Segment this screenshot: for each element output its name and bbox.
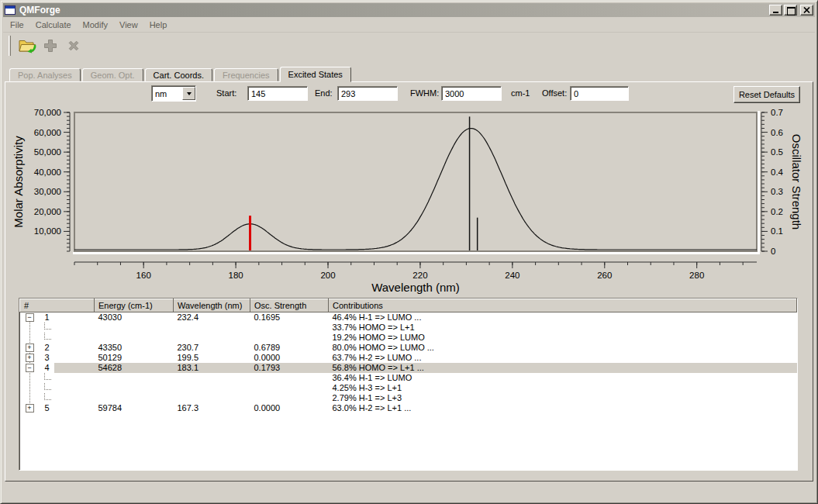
state-number: 2 [45,343,50,352]
state-number: 3 [45,353,50,362]
cell-contribution: 4.25% H-3 => L+1 [329,383,797,393]
state-row-1[interactable]: −143030232.40.169546.4% H-1 => LUMO ... [20,312,797,323]
tree-expand-icon[interactable]: + [26,343,34,352]
cell-contribution: 80.0% HOMO => LUMO ... [329,343,797,353]
column-header-contributions[interactable]: Contributions [329,299,797,312]
tree-root-line [29,317,30,408]
cell-empty [95,393,174,403]
reset-defaults-button[interactable]: Reset Defaults [733,86,800,103]
start-input[interactable] [247,86,308,101]
open-file-icon [17,36,37,56]
contribution-row[interactable]: 33.7% HOMO => L+1 [20,323,797,333]
cell-empty [174,383,250,393]
column-header-wavelength-nm[interactable]: Wavelength (nm) [174,299,250,312]
state-number: 4 [45,363,50,372]
tree-expand-icon[interactable]: + [26,354,34,362]
cell-wavelength: 183.1 [174,363,250,373]
x-axis-tick-label: 220 [412,271,427,280]
menu-item-help[interactable]: Help [150,20,167,29]
chevron-down-icon[interactable] [182,87,195,100]
left-axis-tick-label: 50,000 [34,147,61,157]
contribution-row[interactable]: 4.25% H-3 => L+1 [20,383,797,393]
cell-osc-strength: 0.6789 [250,343,329,353]
x-axis-tick-label: 200 [320,271,335,280]
tree-collapse-icon[interactable]: − [26,364,34,372]
cell-empty [250,373,329,383]
left-axis-tick-label: 40,000 [34,167,61,177]
add-button[interactable] [39,34,62,57]
right-axis-tick-label: 0.3 [771,187,783,196]
end-label: End: [315,88,333,98]
column-header-osc-strength[interactable]: Osc. Strength [250,299,329,312]
fwhm-unit-label: cm-1 [511,88,530,98]
menu-item-calculate[interactable]: Calculate [36,20,71,29]
state-row-3[interactable]: +350129199.50.000063.7% H-2 => LUMO ... [20,353,797,363]
cell-empty [250,393,329,403]
cell-energy: 43030 [95,312,174,323]
left-axis-tick-label: 70,000 [34,109,61,117]
offset-input[interactable] [570,86,629,101]
fwhm-label: FWHM: [410,88,439,98]
x-axis-tick-label: 280 [689,271,704,280]
titlebar: QMForge [3,3,815,17]
column-header-energy-cm-1[interactable]: Energy (cm-1) [95,299,174,312]
contribution-row[interactable]: 2.79% H-1 => L+3 [20,393,797,403]
menu-item-view[interactable]: View [119,20,138,29]
delete-button[interactable] [62,34,85,57]
x-axis-tick-label: 240 [505,271,519,280]
tree-branch-icon [44,333,51,340]
close-icon[interactable] [800,5,813,16]
cell-contribution: 63.0% H-2 => L+1 ... [329,403,797,413]
menu-item-modify[interactable]: Modify [83,20,108,29]
unit-select[interactable]: nm [151,85,196,102]
delete-icon [64,36,83,55]
menu-item-file[interactable]: File [10,20,24,29]
state-row-4[interactable]: −454628183.10.179356.8% HOMO => L+1 ... [20,363,797,373]
spectrum-curve [74,129,757,250]
cell-energy: 43350 [95,343,174,353]
contribution-row[interactable]: 19.2% HOMO => LUMO [20,333,797,343]
state-row-5[interactable]: +559784167.30.000063.0% H-2 => L+1 ... [20,403,797,413]
left-axis-tick-label: 20,000 [34,207,61,216]
right-axis-tick-label: 0.1 [771,226,783,236]
tab-geom-opt[interactable]: Geom. Opt. [82,68,143,81]
x-axis-title: Wavelength (nm) [371,281,460,294]
cell-energy: 50129 [95,353,174,363]
cell-empty [250,383,329,393]
cell-contribution: 36.4% H-1 => LUMO [329,373,797,383]
tab-cart-coords[interactable]: Cart. Coords. [145,68,212,81]
left-axis-title: Molar Absorptivity [12,136,25,228]
add-icon [41,36,60,55]
tree-branch-icon [44,393,51,400]
toolbar-grip[interactable] [9,36,11,56]
column-header-num[interactable]: # [20,299,95,312]
state-row-2[interactable]: +243350230.70.678980.0% HOMO => LUMO ... [20,343,797,353]
minimize-icon[interactable] [769,5,782,16]
cell-empty [250,323,329,333]
maximize-icon[interactable] [784,5,797,16]
cell-contribution: 19.2% HOMO => LUMO [329,333,797,343]
cell-contribution: 46.4% H-1 => LUMO ... [329,312,797,323]
contribution-row[interactable]: 36.4% H-1 => LUMO [20,373,797,383]
tree-collapse-icon[interactable]: − [26,313,34,322]
right-axis-tick-label: 0.5 [771,147,783,157]
left-axis-tick-label: 10,000 [34,226,61,236]
cell-energy: 59784 [95,403,174,413]
open-file-button[interactable] [16,34,39,57]
menubar: FileCalculateModifyViewHelp [3,17,815,33]
tab-pop-analyses[interactable]: Pop. Analyses [9,68,81,81]
tree-expand-icon[interactable]: + [26,404,34,413]
unit-select-value: nm [155,89,167,98]
tree-branch-icon [44,383,51,390]
cell-empty [174,393,250,403]
cell-contribution: 56.8% HOMO => L+1 ... [329,363,797,373]
cell-wavelength: 230.7 [174,343,250,353]
end-input[interactable] [337,86,398,101]
state-number: 1 [45,312,50,322]
cell-empty [174,333,250,343]
tab-frequencies[interactable]: Frequencies [214,68,278,81]
fwhm-input[interactable] [441,86,502,101]
tab-excited-states[interactable]: Excited States [280,67,351,82]
right-axis-tick-label: 0 [771,247,775,256]
spectrum-chart[interactable]: 10,00020,00030,00040,00050,00060,00070,0… [10,109,813,295]
